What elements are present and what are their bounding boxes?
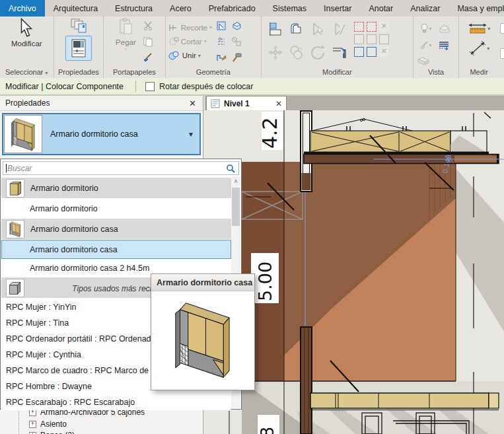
scroll-thumb[interactable] [232, 188, 240, 226]
tab-prefabricado[interactable]: Prefabricado [200, 0, 264, 17]
tree-item[interactable]: + Banco (2) [0, 430, 75, 434]
offset-lines-icon[interactable] [216, 36, 227, 47]
tab-anotar[interactable]: Anotar [360, 0, 402, 17]
tree-item-label: Asiento [40, 419, 67, 429]
default-3d-view-icon[interactable] [438, 23, 451, 34]
expand-icon[interactable]: + [29, 432, 36, 434]
extend-icon[interactable] [367, 47, 377, 57]
tree-item[interactable]: + Asiento [0, 419, 67, 429]
linework-button[interactable]: ▾ [417, 40, 434, 50]
cut-geometry-icon [168, 37, 179, 46]
revit-window: Archivo Arquitectura Estructura Acero Pr… [0, 0, 504, 434]
search-input[interactable]: Buscar [3, 161, 239, 175]
copy-element-icon[interactable] [288, 44, 305, 61]
tab-arquitectura[interactable]: Arquitectura [45, 0, 106, 17]
panel-label-seleccionar[interactable]: Seleccionar ▾ [0, 67, 54, 77]
linework-icon[interactable] [216, 52, 227, 63]
hidden-elements-button[interactable]: ▾ [417, 23, 434, 34]
ribbon-tab-bar: Archivo Arquitectura Estructura Acero Pr… [0, 0, 504, 17]
cope-button[interactable]: Recorte▾ [168, 20, 212, 34]
type-thumbnail [4, 115, 42, 153]
cut-scissors-icon[interactable] [143, 20, 153, 31]
join-button[interactable]: Unir▾ [168, 49, 212, 63]
tab-estructura[interactable]: Estructura [106, 0, 161, 17]
scale-icon[interactable] [367, 34, 377, 44]
recent-item-label: RPC Ordenador portátil : RPC Ordenador [6, 334, 159, 344]
paste-button-label: Pegar [116, 38, 136, 46]
type-properties-icon[interactable] [70, 18, 87, 34]
list-item-label: Armario dormitorio casa [30, 245, 118, 254]
match-properties-brush-icon[interactable] [143, 52, 153, 63]
panel-seleccionar: Modificar Seleccionar ▾ [0, 17, 54, 78]
list-item-type[interactable]: Armario dormitorio [1, 198, 231, 219]
split-with-gap-icon[interactable] [331, 21, 347, 37]
demolish-hammer-icon[interactable] [231, 52, 242, 63]
list-item-label: Armario dormitorio [30, 204, 98, 213]
dimension-mid[interactable]: 5.00 [251, 253, 279, 303]
tab-archivo[interactable]: Archivo [0, 0, 45, 17]
properties-palette-icon [71, 39, 87, 57]
list-item-family[interactable]: Armario dormitorio casa [1, 219, 231, 239]
unpin-icon[interactable] [367, 22, 377, 32]
offset-icon[interactable] [289, 21, 305, 37]
panel-label-propiedades: Propiedades [54, 67, 104, 77]
view-tab-label: Nivel 1 [224, 99, 271, 108]
align-icon[interactable] [268, 21, 283, 37]
measure-between-refs-button[interactable]: ▾ [468, 40, 489, 57]
copy-icon[interactable] [143, 36, 153, 47]
type-selector[interactable]: Armario dormitorio casa ▼ [2, 113, 201, 155]
split-element-icon[interactable] [310, 21, 326, 37]
show-hidden-3d-icon[interactable] [231, 20, 242, 31]
move-icon[interactable] [267, 44, 284, 61]
tab-masa-emplazamiento[interactable]: Masa y emplazamiento [449, 0, 504, 17]
tab-acero[interactable]: Acero [161, 0, 200, 17]
delete-icon[interactable]: ✕ [379, 47, 389, 57]
scroll-up-icon[interactable]: ∧ [231, 176, 240, 186]
expand-icon[interactable]: + [29, 421, 36, 428]
dimension-top[interactable]: 4.2 [258, 112, 283, 150]
tab-sistemas[interactable]: Sistemas [264, 0, 315, 17]
cut-geometry-button[interactable]: Cortar▾ [168, 34, 212, 48]
svg-text:8: 8 [257, 427, 277, 434]
trim-extend-icon[interactable] [330, 44, 347, 61]
underlay-lines-icon[interactable] [438, 40, 450, 50]
pin-disabled-icon[interactable]: ✕ [379, 22, 389, 32]
text-cursor [6, 164, 7, 172]
recent-item[interactable]: RPC Escarabajo : RPC Escarabajo [1, 394, 231, 410]
modify-button[interactable]: Modificar [0, 18, 54, 65]
wall-opening-icon[interactable] [216, 20, 227, 31]
search-icon[interactable] [226, 164, 235, 173]
pin-icon[interactable] [354, 22, 364, 32]
tab-analizar[interactable]: Analizar [402, 0, 449, 17]
view-tab-close-icon[interactable]: ✕ [275, 99, 282, 108]
list-item-label: Armario dormitorio casa 2 h4.5m [30, 264, 149, 273]
panel-overflow-sliver [499, 17, 504, 78]
paste-button[interactable]: Pegar ▾ [116, 18, 136, 65]
trim-corner-icon[interactable] [354, 47, 364, 57]
properties-toggle-button[interactable] [65, 36, 92, 61]
partial-button[interactable] [500, 23, 504, 34]
clipboard-paste-icon [118, 18, 133, 36]
tooltip-title: Armario dormitorio casa [151, 274, 254, 291]
measure-button[interactable]: ▾ [468, 21, 490, 36]
mirror-icon[interactable] [379, 34, 389, 44]
svg-text:4.2: 4.2 [258, 117, 281, 149]
list-item-family[interactable]: Armario dormitorio [1, 178, 231, 198]
array-icon[interactable] [354, 34, 364, 44]
tree-item-label: Banco (2) [40, 431, 75, 434]
section-box-icon[interactable] [417, 56, 430, 65]
dimension-bottom[interactable]: 8 [257, 415, 279, 434]
rotate-after-place-checkbox[interactable] [145, 82, 155, 91]
rotate-icon[interactable] [308, 44, 327, 62]
measure-ruler-icon [468, 21, 487, 36]
unjoin-icon[interactable] [231, 36, 242, 47]
tab-insertar[interactable]: Insertar [315, 0, 360, 17]
family-thumbnail [6, 220, 24, 238]
chevron-down-icon[interactable]: ▼ [188, 131, 194, 138]
modify-mini-grid: ✕ ✕ [354, 18, 389, 65]
palette-close-icon[interactable]: ✕ [189, 98, 196, 108]
panel-label-geometria: Geometría [166, 67, 261, 77]
partial-button[interactable] [500, 48, 504, 59]
view-tab-nivel1[interactable]: Nivel 1 ✕ [206, 96, 287, 110]
list-item-type-selected[interactable]: Armario dormitorio casa [1, 240, 231, 259]
